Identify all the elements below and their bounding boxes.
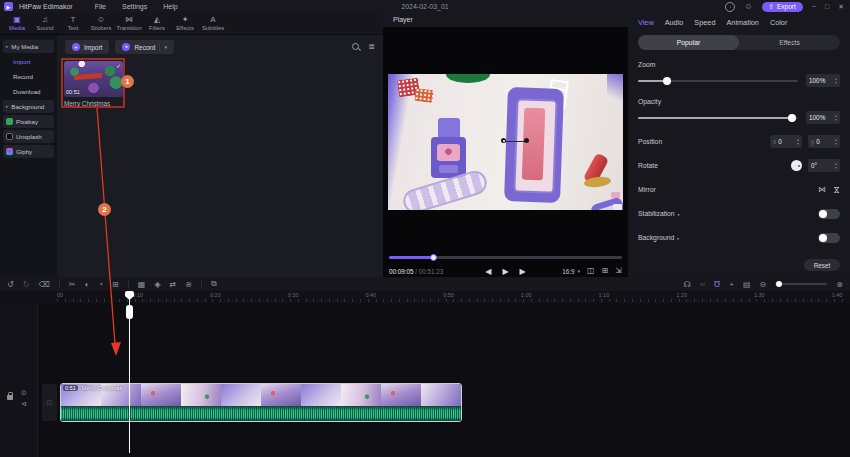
timeline-zoom-in-button[interactable]: ⊕ xyxy=(836,280,843,289)
previous-frame-button[interactable]: ◀ xyxy=(485,267,491,276)
timeline-zoom-out-button[interactable]: ⊖ xyxy=(760,280,767,289)
sidebar-item-download[interactable]: Download xyxy=(3,85,54,98)
playback-progress-bar[interactable] xyxy=(389,256,622,259)
voiceover-mic-button[interactable]: ☊ xyxy=(683,280,690,289)
nav-tab-media[interactable]: ▣Media xyxy=(3,13,31,34)
aspect-ratio-selector[interactable]: 16:9 xyxy=(562,268,574,275)
mirror-horizontal-icon[interactable]: ⋈ xyxy=(818,186,826,194)
position-x-field[interactable]: x0▴▾ xyxy=(770,135,802,148)
pip-button[interactable]: ⧉ xyxy=(211,279,217,289)
rotate-stepper[interactable]: ▴▾ xyxy=(835,162,837,169)
flip-button[interactable]: ⇄ xyxy=(170,280,177,289)
position-y-stepper[interactable]: ▴▾ xyxy=(835,138,837,145)
background-toggle[interactable] xyxy=(818,233,840,243)
zoom-value-field[interactable]: 100%▴▾ xyxy=(806,74,840,87)
update-icon[interactable]: ↓ xyxy=(725,2,735,12)
zoom-slider[interactable] xyxy=(638,80,798,82)
next-frame-button[interactable]: ▶ xyxy=(520,267,526,276)
close-button[interactable]: ✕ xyxy=(838,3,844,10)
maximize-button[interactable]: □ xyxy=(825,3,829,10)
mask-button[interactable]: ◐ xyxy=(84,280,89,289)
record-button[interactable]: ● Record ▾ xyxy=(115,40,173,54)
nav-tab-transition[interactable]: ⋈Transition xyxy=(115,13,143,34)
track-manager-button[interactable]: ▤ xyxy=(743,280,751,289)
zoom-stepper[interactable]: ▴▾ xyxy=(835,77,837,84)
background-expander-icon[interactable]: ▸ xyxy=(677,236,679,241)
stabilization-expander-icon[interactable]: ▸ xyxy=(678,212,680,217)
nav-tab-text[interactable]: TText xyxy=(59,13,87,34)
search-icon[interactable] xyxy=(352,43,360,51)
denoise-button[interactable]: ≋ xyxy=(185,280,192,289)
playhead-handle[interactable] xyxy=(126,305,133,319)
segment-effects[interactable]: Effects xyxy=(739,35,840,50)
menu-file[interactable]: File xyxy=(95,3,106,10)
nav-tab-filters[interactable]: ◭Filters xyxy=(143,13,171,34)
menu-settings[interactable]: Settings xyxy=(122,3,147,10)
watermark-button[interactable]: ◈ xyxy=(154,280,160,289)
fullscreen-icon[interactable]: ⇲ xyxy=(615,267,622,275)
mute-icon[interactable]: ⊲ xyxy=(21,400,27,407)
properties-tab-speed[interactable]: Speed xyxy=(694,18,715,27)
snapshot-icon[interactable]: ◫ xyxy=(587,267,595,275)
redo-button[interactable]: ↻ xyxy=(23,280,30,289)
opacity-value-field[interactable]: 100%▴▾ xyxy=(806,111,840,124)
video-clip[interactable]: 0:51 Merry Christmas xyxy=(60,383,462,422)
sidebar-item-giphy[interactable]: Giphy xyxy=(3,145,54,158)
properties-tab-color[interactable]: Color xyxy=(770,18,787,27)
link-button[interactable]: ∞ xyxy=(700,280,706,289)
crop-icon[interactable]: ⊞ xyxy=(602,267,609,275)
timeline-zoom-slider[interactable] xyxy=(775,283,827,285)
play-button[interactable]: ▶ xyxy=(502,267,508,276)
filmstrip-frame xyxy=(381,384,421,407)
undo-button[interactable]: ↺ xyxy=(7,280,14,289)
delete-button[interactable]: ⌫ xyxy=(38,280,49,289)
sidebar-item-unsplash[interactable]: Unsplash xyxy=(3,130,54,143)
media-thumbnail[interactable]: 00:51 ✓ xyxy=(64,61,123,97)
eye-icon[interactable]: ⊙ xyxy=(21,389,27,396)
properties-tab-view[interactable]: View xyxy=(638,18,654,27)
timeline-zoom-knob[interactable] xyxy=(776,281,782,287)
sidebar-section-my-media[interactable]: ▸My Media xyxy=(3,40,54,53)
nav-tab-effects[interactable]: ✦Effects xyxy=(171,13,199,34)
speed-button[interactable]: ◔ xyxy=(98,280,103,289)
zoom-slider-knob[interactable] xyxy=(663,77,671,85)
minimize-button[interactable]: − xyxy=(812,3,816,10)
mosaic-button[interactable]: ▦ xyxy=(138,280,146,289)
opacity-slider-knob[interactable] xyxy=(788,114,796,122)
stabilization-toggle[interactable] xyxy=(818,209,840,219)
reset-button[interactable]: Reset xyxy=(804,259,840,271)
crop-button[interactable]: ⊞ xyxy=(112,280,119,289)
sidebar-item-pixabay[interactable]: Pixabay xyxy=(3,115,54,128)
export-button[interactable]: ⇧Export xyxy=(762,2,803,12)
properties-tabs: ViewAudioSpeedAnimationColor xyxy=(638,13,840,27)
properties-tab-animation[interactable]: Animation xyxy=(726,18,758,27)
sort-icon[interactable]: ≣ xyxy=(368,43,375,51)
opacity-stepper[interactable]: ▴▾ xyxy=(835,114,837,121)
mirror-vertical-icon[interactable]: ⋈ xyxy=(832,186,840,194)
magnet-snap-button[interactable]: ℧ xyxy=(714,280,720,289)
nav-tab-stickers[interactable]: ☺Stickers xyxy=(87,13,115,34)
account-icon[interactable]: ☺ xyxy=(744,3,752,11)
opacity-slider[interactable] xyxy=(638,117,798,119)
clip-placeholder-button[interactable]: ⊡ xyxy=(42,384,57,421)
sidebar-item-record[interactable]: Record xyxy=(3,70,54,83)
menu-help[interactable]: Help xyxy=(163,3,177,10)
sidebar-item-import[interactable]: Import xyxy=(3,55,54,68)
position-x-stepper[interactable]: ▴▾ xyxy=(797,138,799,145)
properties-tab-audio[interactable]: Audio xyxy=(665,18,684,27)
media-item-card[interactable]: 00:51 ✓ Merry Christmas xyxy=(64,61,125,107)
nav-tab-subtitles[interactable]: ASubtitles xyxy=(199,13,227,34)
import-button[interactable]: + Import xyxy=(65,40,109,54)
position-y-field[interactable]: y0▴▾ xyxy=(808,135,840,148)
rotate-dial[interactable] xyxy=(791,160,802,171)
split-button[interactable]: ✂ xyxy=(69,280,76,289)
lock-icon[interactable] xyxy=(7,395,13,400)
nav-tab-sound[interactable]: ♫Sound xyxy=(31,13,59,34)
segment-popular[interactable]: Popular xyxy=(638,35,739,50)
sidebar-section-background[interactable]: ▸Background xyxy=(3,100,54,113)
align-button[interactable]: + xyxy=(729,280,734,289)
video-preview[interactable] xyxy=(388,74,623,210)
progress-knob[interactable] xyxy=(430,254,437,261)
record-caret-icon[interactable]: ▾ xyxy=(159,43,167,51)
rotate-value-field[interactable]: 0°▴▾ xyxy=(808,159,840,172)
